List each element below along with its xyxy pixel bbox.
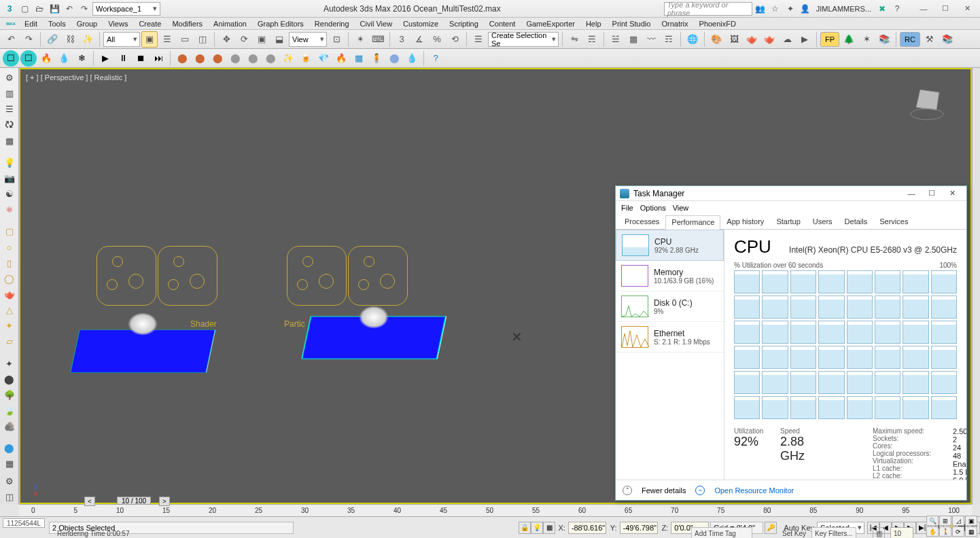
tm-side-ethernet[interactable]: EthernetS: 2.1 R: 1.9 Mbps — [616, 322, 724, 353]
pan-button[interactable]: ✋ — [926, 526, 939, 537]
menu-ornatrix[interactable]: Ornatrix — [659, 20, 690, 28]
window-crossing-button[interactable]: ◫ — [194, 31, 211, 48]
phx-d-icon[interactable]: ⬤ — [227, 50, 243, 67]
phx-help-icon[interactable]: ? — [427, 50, 444, 67]
play-icon[interactable]: ▶ — [97, 50, 113, 67]
tree-icon[interactable]: 🌲 — [841, 31, 857, 48]
help-search-input[interactable]: Type a keyword or phrase — [664, 2, 752, 16]
key-filters-button[interactable]: Key Filters... — [811, 527, 856, 538]
current-frame-field[interactable]: 10 — [890, 527, 913, 538]
select-manipulate-button[interactable]: ✴ — [352, 31, 368, 48]
tm-tab-details[interactable]: Details — [839, 215, 874, 229]
vray-icon[interactable]: ✦ — [1, 357, 18, 371]
angle-snap-button[interactable]: ∡ — [411, 31, 427, 48]
undo-icon[interactable]: ↶ — [63, 2, 76, 16]
tm-fewer-details-link[interactable]: Fewer details — [642, 486, 686, 495]
select-move-button[interactable]: ✥ — [218, 31, 234, 48]
collapse-icon[interactable]: ◫ — [1, 490, 18, 504]
pivot-center-button[interactable]: ⊡ — [328, 31, 345, 48]
named-selection-dropdown[interactable]: Create Selection Se — [488, 32, 559, 47]
shape-torus-icon[interactable]: ◯ — [1, 272, 18, 286]
scene-water-shader[interactable] — [70, 329, 215, 372]
zoom-extents-all-button[interactable]: ▣ — [965, 516, 977, 526]
menu-print-studio[interactable]: Print Studio — [610, 20, 654, 28]
tab-create-icon[interactable]: ⚙ — [1, 71, 18, 85]
tm-side-disk[interactable]: Disk 0 (C:)9% — [616, 291, 724, 322]
minimize-button[interactable]: — — [913, 2, 934, 16]
tab-modify-icon[interactable]: ▥ — [1, 86, 18, 101]
link-button[interactable]: 🔗 — [44, 31, 60, 48]
shape-sphere-icon[interactable]: ○ — [1, 240, 18, 255]
menu-civil-view[interactable]: Civil View — [357, 20, 395, 28]
prefs-icon[interactable]: ⚙ — [1, 474, 18, 488]
phx-b-icon[interactable]: ⬤ — [192, 50, 208, 67]
tm-tab-processes[interactable]: Processes — [618, 215, 665, 229]
camera-icon[interactable]: 📷 — [1, 171, 18, 185]
spinner-snap-button[interactable]: ⟲ — [447, 31, 463, 48]
menu-phoenixfd[interactable]: PhoenixFD — [697, 20, 739, 28]
shape-plane-icon[interactable]: ▱ — [1, 334, 18, 348]
library-icon[interactable]: 📚 — [876, 31, 892, 48]
selection-filter-dropdown[interactable]: All — [103, 32, 140, 47]
mini-listener-icon[interactable]: ▥ — [873, 527, 885, 538]
edit-named-selection-button[interactable]: ☰ — [470, 31, 487, 48]
walk-button[interactable]: 🚶 — [939, 526, 951, 537]
tm-titlebar[interactable]: Task Manager — ☐ ✕ — [616, 186, 966, 201]
phx-fire2-icon[interactable]: 🔥 — [333, 50, 349, 67]
select-rotate-button[interactable]: ⟳ — [236, 31, 252, 48]
tm-tab-services[interactable]: Services — [873, 215, 914, 229]
align-button[interactable]: ☴ — [584, 31, 600, 48]
mirror-button[interactable]: ⇋ — [566, 31, 582, 48]
workspace-dropdown[interactable]: Workspace_1 — [92, 2, 160, 16]
menu-scripting[interactable]: Scripting — [447, 20, 481, 28]
add-time-tag-button[interactable]: Add Time Tag — [691, 527, 752, 538]
menu-views[interactable]: Views — [105, 20, 130, 28]
phx-foam-icon[interactable]: ❄ — [73, 50, 90, 67]
step-icon[interactable]: ⏭ — [150, 50, 167, 67]
grass-icon[interactable]: ✶ — [858, 31, 875, 48]
zoom-button[interactable]: 🔍 — [926, 516, 939, 526]
bind-spacewarp-button[interactable]: ✨ — [80, 31, 96, 48]
menu-help[interactable]: Help — [583, 20, 604, 28]
snap-toggle-button[interactable]: 3 — [393, 31, 410, 48]
render-last-button[interactable]: ▶ — [797, 31, 813, 48]
orbit-button[interactable]: ⟳ — [952, 526, 964, 537]
max-logo-icon[interactable]: MAX — [1, 18, 20, 30]
keyboard-shortcut-button[interactable]: ⌨ — [370, 31, 386, 48]
maxscript-listener[interactable]: 11254544L — [3, 518, 45, 528]
render-a360-button[interactable]: ☁ — [779, 31, 795, 48]
fov-button[interactable]: ◿ — [952, 516, 964, 526]
pause-icon[interactable]: ⏸ — [115, 50, 131, 67]
menu-rendering[interactable]: Rendering — [312, 20, 352, 28]
phx-torch-icon[interactable]: ✨ — [280, 50, 296, 67]
toggle-ribbon-button[interactable]: ▦ — [625, 31, 642, 48]
reference-coord-dropdown[interactable]: View — [289, 32, 327, 47]
new-icon[interactable]: ▢ — [18, 2, 31, 16]
phx-drop-icon[interactable]: 💧 — [404, 50, 420, 67]
tm-tab-app-history[interactable]: App history — [720, 215, 770, 229]
vray-rock-icon[interactable]: 🪨 — [1, 419, 18, 433]
schematic-view-button[interactable]: ☶ — [661, 31, 677, 48]
open-icon[interactable]: 🗁 — [33, 2, 46, 16]
phx-f-icon[interactable]: ⬤ — [262, 50, 279, 67]
menu-animation[interactable]: Animation — [211, 20, 249, 28]
tm-side-memory[interactable]: Memory10.1/63.9 GB (16%) — [616, 261, 724, 291]
tm-tab-startup[interactable]: Startup — [770, 215, 806, 229]
tm-open-resmon-link[interactable]: Open Resource Monitor — [714, 486, 794, 495]
render-iterative-button[interactable]: 🫖 — [761, 31, 777, 48]
chevron-up-icon[interactable]: ˄ — [623, 486, 632, 495]
spacewarp-icon[interactable]: ⚛ — [1, 202, 18, 217]
menu-edit[interactable]: Edit — [22, 20, 40, 28]
light-icon[interactable]: 💡 — [1, 156, 18, 170]
tm-menu-options[interactable]: Options — [640, 204, 666, 212]
tm-minimize-button[interactable]: — — [901, 187, 922, 200]
shape-teapot-icon[interactable]: 🫖 — [1, 287, 18, 302]
shape-box-icon[interactable]: ▢ — [1, 224, 18, 238]
render-setup-button[interactable]: 🎨 — [708, 31, 724, 48]
menu-gameexporter[interactable]: GameExporter — [523, 20, 578, 28]
vray-mat-icon[interactable]: ⬤ — [1, 372, 18, 387]
app-menu-icon[interactable]: 3 — [3, 2, 16, 16]
panel-icon[interactable]: ▦ — [1, 456, 18, 471]
phx-c-icon[interactable]: ⬤ — [209, 50, 226, 67]
tm-tab-users[interactable]: Users — [807, 215, 839, 229]
